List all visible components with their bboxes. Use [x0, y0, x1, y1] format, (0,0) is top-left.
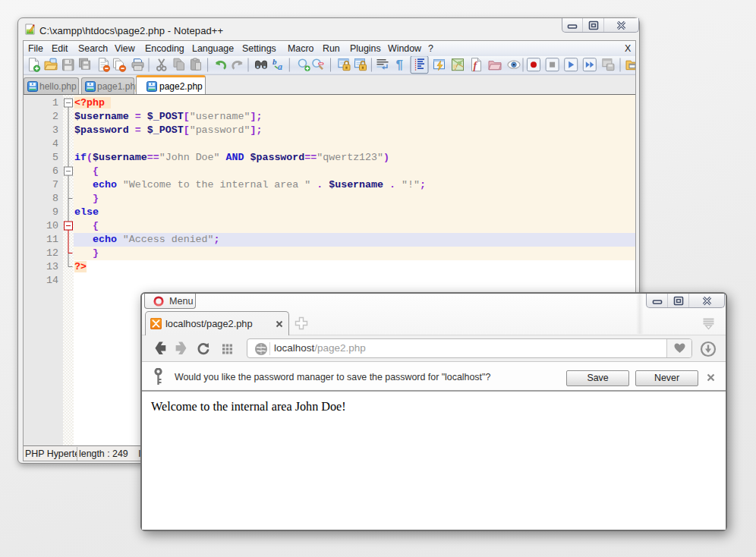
svg-text:a: a: [278, 61, 282, 72]
svg-text:b: b: [272, 57, 277, 66]
svg-text:¶: ¶: [396, 58, 403, 72]
